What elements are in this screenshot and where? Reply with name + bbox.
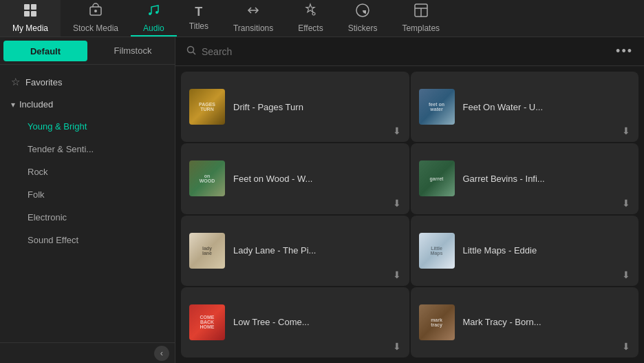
star-icon: ☆	[11, 76, 20, 88]
sidebar-item-tender[interactable]: Tender & Senti...	[0, 138, 175, 160]
nav-item-stock-media[interactable]: Stock Media	[61, 0, 131, 37]
music-card-lady-lane[interactable]: ladylane Lady Lane - The Pi... ⬇	[181, 216, 409, 286]
download-button-garret[interactable]: ⬇	[622, 198, 630, 209]
main-area: Default Filmstock ☆ Favorites ▾ Included…	[0, 37, 644, 363]
music-card-feet-on-water[interactable]: feet onwater Feet On Water - U... ⬇	[411, 72, 639, 142]
music-card-feet-on-wood[interactable]: onWOOD Feet on Wood - W... ⬇	[181, 143, 409, 214]
album-art-little-maps: LittleMaps	[419, 233, 455, 269]
titles-icon: T	[195, 5, 202, 19]
favorites-label: Favorites	[25, 77, 62, 87]
templates-icon	[414, 3, 429, 21]
collapse-area: ‹	[0, 342, 175, 363]
sidebar-item-rock[interactable]: Rock	[0, 160, 175, 183]
collapse-icon: ‹	[160, 348, 163, 358]
chevron-down-icon: ▾	[11, 100, 15, 110]
nav-label-titles: Titles	[189, 21, 208, 31]
effects-icon	[303, 3, 318, 21]
sidebar: Default Filmstock ☆ Favorites ▾ Included…	[0, 37, 175, 363]
album-art-garret: garret	[419, 160, 455, 196]
search-bar: •••	[175, 37, 644, 66]
svg-point-6	[149, 12, 151, 15]
album-art-feet-on-water: feet onwater	[419, 89, 455, 125]
svg-point-12	[188, 47, 194, 53]
music-card-drift[interactable]: PAGESTURN Drift - Pages Turn ⬇	[181, 72, 409, 142]
sidebar-item-favorites[interactable]: ☆ Favorites	[0, 70, 175, 94]
album-art-low-tree: COMEBACKHOME	[189, 304, 225, 340]
music-card-garret[interactable]: garret Garret Bevins - Infi... ⬇	[411, 143, 639, 214]
nav-item-effects[interactable]: Effects	[286, 0, 335, 37]
music-card-mark-tracy[interactable]: marktracy Mark Tracy - Born... ⬇	[411, 287, 639, 357]
svg-point-5	[94, 10, 97, 12]
nav-item-transitions[interactable]: Transitions	[221, 0, 286, 37]
content-area: ••• PAGESTURN Drift - Pages Turn ⬇ feet …	[175, 37, 644, 363]
music-title-little-maps: Little Maps - Eddie	[463, 245, 631, 256]
stickers-icon	[355, 3, 370, 21]
tab-default[interactable]: Default	[3, 41, 87, 61]
album-art-lady-lane: ladylane	[189, 233, 225, 269]
music-title-feet-on-wood: Feet on Wood - W...	[233, 174, 401, 184]
download-button-low-tree[interactable]: ⬇	[393, 341, 401, 352]
music-title-feet-on-water: Feet On Water - U...	[463, 102, 631, 112]
sidebar-tabs: Default Filmstock	[0, 37, 175, 65]
nav-label-transitions: Transitions	[233, 23, 273, 33]
transitions-icon	[246, 3, 261, 21]
nav-item-stickers[interactable]: Stickers	[336, 0, 390, 37]
music-info-lady-lane: Lady Lane - The Pi...	[233, 245, 401, 256]
sidebar-item-included[interactable]: ▾ Included	[0, 94, 175, 115]
nav-label-stickers: Stickers	[348, 23, 378, 33]
svg-rect-0	[24, 4, 30, 10]
svg-rect-2	[24, 11, 30, 17]
search-input[interactable]	[202, 46, 610, 57]
music-info-mark-tracy: Mark Tracy - Born...	[463, 317, 631, 327]
music-info-little-maps: Little Maps - Eddie	[463, 245, 631, 256]
sidebar-item-young-bright[interactable]: Young & Bright	[0, 115, 175, 138]
top-navigation: My Media Stock Media Audio T Titles	[0, 0, 644, 37]
music-title-mark-tracy: Mark Tracy - Born...	[463, 317, 631, 327]
music-info-feet-on-water: Feet On Water - U...	[463, 102, 631, 112]
music-title-lady-lane: Lady Lane - The Pi...	[233, 245, 401, 256]
sidebar-item-sound-effect[interactable]: Sound Effect	[0, 229, 175, 251]
sidebar-item-folk[interactable]: Folk	[0, 183, 175, 206]
music-card-little-maps[interactable]: LittleMaps Little Maps - Eddie ⬇	[411, 216, 639, 286]
music-title-drift: Drift - Pages Turn	[233, 102, 401, 112]
music-grid: PAGESTURN Drift - Pages Turn ⬇ feet onwa…	[175, 66, 644, 363]
nav-label-templates: Templates	[402, 23, 440, 33]
nav-item-my-media[interactable]: My Media	[0, 0, 61, 37]
tab-filmstock[interactable]: Filmstock	[91, 37, 175, 64]
download-button-feet-on-water[interactable]: ⬇	[622, 125, 630, 136]
music-info-feet-on-wood: Feet on Wood - W...	[233, 174, 401, 184]
download-button-drift[interactable]: ⬇	[393, 125, 401, 136]
nav-item-audio[interactable]: Audio	[131, 0, 177, 37]
music-title-low-tree: Low Tree - Come...	[233, 317, 401, 327]
album-art-feet-on-wood: onWOOD	[189, 160, 225, 196]
audio-icon	[146, 3, 161, 21]
download-button-mark-tracy[interactable]: ⬇	[622, 341, 630, 352]
nav-label-audio: Audio	[143, 23, 164, 33]
nav-item-templates[interactable]: Templates	[389, 0, 452, 37]
music-title-garret: Garret Bevins - Infi...	[463, 174, 631, 184]
stock-media-icon	[88, 3, 103, 21]
album-art-drift: PAGESTURN	[189, 89, 225, 125]
more-options-button[interactable]: •••	[616, 44, 633, 59]
music-card-low-tree[interactable]: COMEBACKHOME Low Tree - Come... ⬇	[181, 287, 409, 357]
sidebar-items: ☆ Favorites ▾ Included Young & Bright Te…	[0, 65, 175, 342]
nav-label-stock-media: Stock Media	[73, 23, 118, 33]
sidebar-item-electronic[interactable]: Electronic	[0, 206, 175, 229]
nav-item-titles[interactable]: T Titles	[177, 0, 221, 37]
svg-rect-3	[31, 11, 36, 17]
svg-line-13	[193, 52, 196, 55]
download-button-little-maps[interactable]: ⬇	[622, 269, 630, 280]
svg-point-8	[312, 12, 315, 15]
svg-point-7	[155, 11, 158, 14]
nav-label-effects: Effects	[298, 23, 323, 33]
album-art-mark-tracy: marktracy	[419, 304, 455, 340]
music-info-low-tree: Low Tree - Come...	[233, 317, 401, 327]
svg-rect-1	[31, 4, 36, 10]
my-media-icon	[23, 3, 38, 21]
collapse-sidebar-button[interactable]: ‹	[154, 346, 169, 361]
nav-label-my-media: My Media	[12, 23, 48, 33]
download-button-lady-lane[interactable]: ⬇	[393, 269, 401, 280]
download-button-feet-on-wood[interactable]: ⬇	[393, 198, 401, 209]
music-info-drift: Drift - Pages Turn	[233, 102, 401, 112]
included-label: Included	[19, 99, 53, 110]
